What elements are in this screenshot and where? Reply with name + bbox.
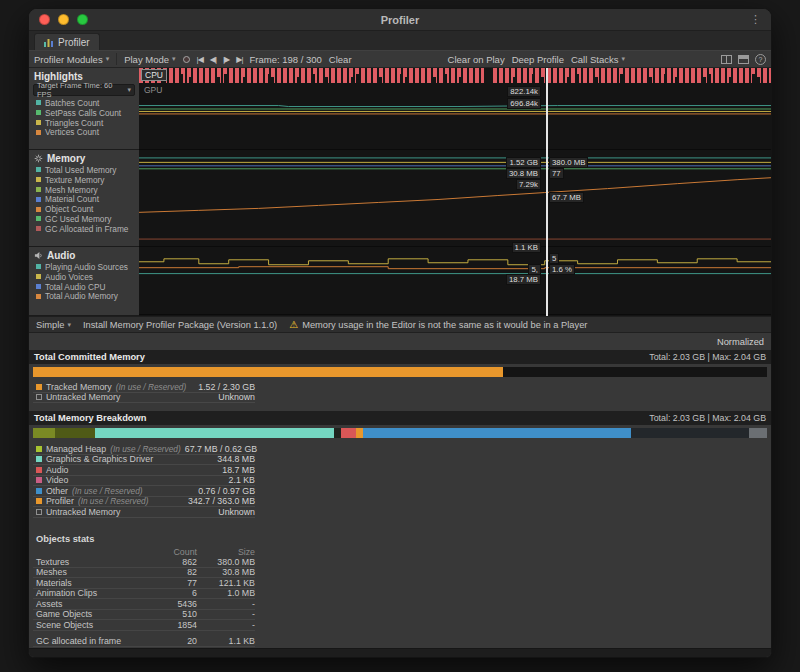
clear-on-play-button[interactable]: Clear on Play [448,54,505,65]
chart-value-label: 1.6 % [549,264,575,275]
traffic-lights [39,14,88,25]
current-frame-playhead[interactable] [546,68,548,316]
previous-frame-button[interactable]: ◀| [210,55,216,64]
row-color-swatch [36,467,42,473]
chevron-down-icon: ▾ [621,55,625,63]
legend-total-audio-memory[interactable]: Total Audio Memory [29,291,139,301]
help-icon[interactable]: ? [755,54,766,65]
first-frame-button[interactable]: |◀ [197,55,203,64]
row-size: - [197,609,255,619]
zoom-window-button[interactable] [77,14,88,25]
untracked-breakdown-row: Untracked MemoryUnknown [33,507,255,518]
managed-heap-row: Managed Heap(In use / Reserved)67.7 MB /… [33,444,255,455]
target-frame-time-dropdown[interactable]: Target Frame Time: 60 FPS ▾ [33,84,135,96]
row-label: Other [46,486,68,496]
legend-mesh-memory[interactable]: Mesh Memory [29,185,139,195]
audio-chart-band[interactable] [139,247,771,315]
row-size: 380.0 MB [197,557,255,567]
legend-material-count[interactable]: Material Count [29,194,139,204]
next-frame-button[interactable]: |▶ [223,55,229,64]
memory-bar-segment [33,428,55,438]
row-label: GC allocated in frame [36,636,145,646]
legend-texture-memory[interactable]: Texture Memory [29,175,139,185]
row-value: 342.7 / 363.0 MB [188,496,255,506]
chart-value-label: 30.8 MB [506,168,541,179]
split-view-icon[interactable] [721,55,732,64]
legend-gc-allocated-in-frame[interactable]: GC Allocated in Frame [29,224,139,234]
legend-batches-count[interactable]: Batches Count [29,98,139,108]
row-label: Game Objects [36,609,145,619]
row-label: Video [46,475,68,485]
record-button[interactable] [183,56,190,63]
overflow-menu-icon[interactable]: ⋮ [750,13,761,26]
legend-vertices-count[interactable]: Vertices Count [29,127,139,137]
legend-label: Total Audio CPU [45,282,105,292]
memory-bar-segment [334,428,341,438]
total-memory-breakdown-header: Total Memory Breakdown Total: 2.03 GB | … [29,411,771,425]
last-frame-button[interactable]: ▶| [236,55,242,64]
legend-color-swatch [36,216,41,221]
row-size: - [197,620,255,630]
play-mode-label: Play Mode [124,54,169,65]
legend-playing-audio-sources[interactable]: Playing Audio Sources [29,262,139,272]
legend-setpass-calls-count[interactable]: SetPass Calls Count [29,108,139,118]
legend-total-used-memory[interactable]: Total Used Memory [29,165,139,175]
legend-color-swatch [36,187,41,192]
row-label: Profiler [46,496,74,506]
install-memory-profiler-button[interactable]: Install Memory Profiler Package (Version… [83,320,277,330]
speaker-icon [34,251,43,260]
save-icon[interactable] [738,55,749,64]
row-color-swatch [36,498,42,504]
call-stacks-label: Call Stacks [571,54,619,65]
clear-button[interactable]: Clear [329,54,352,65]
committed-memory-bar [33,367,767,377]
row-label: Scene Objects [36,620,145,630]
row-label: Materials [36,578,145,588]
chart-value-label: 696.84k [507,98,541,109]
legend-color-swatch [36,226,41,231]
deep-profile-button[interactable]: Deep Profile [512,54,564,65]
table-row-animation-clips: Animation Clips61.0 MB [33,589,255,600]
tab-profiler[interactable]: Profiler [34,33,100,50]
module-memory-header[interactable]: Memory [29,150,139,165]
row-size: - [197,599,255,609]
total-committed-memory-header: Total Committed Memory Total: 2.03 GB | … [29,350,771,364]
row-value: 0.76 / 0.97 GB [198,486,255,496]
normalized-toggle[interactable]: Normalized [33,333,767,350]
legend-label: Audio Voices [45,272,93,282]
chart-value-label: 822.14k [507,86,541,97]
row-label: Graphics & Graphics Driver [46,454,153,464]
row-color-swatch [36,446,42,452]
memory-bar-segment [631,428,748,438]
window-footer [29,648,771,657]
highlights-chart-band[interactable]: CPU GPU [139,68,771,150]
module-audio-header[interactable]: Audio [29,247,139,262]
profiler-modules-dropdown[interactable]: Profiler Modules ▾ [34,54,109,65]
row-color-swatch [36,456,42,462]
cpu-track-label[interactable]: CPU [141,69,167,81]
profiler-chart-area[interactable]: CPU GPU [139,68,771,316]
tab-bar: Profiler [29,31,771,50]
gpu-track-label[interactable]: GPU [144,85,162,95]
call-stacks-dropdown[interactable]: Call Stacks ▾ [571,54,625,65]
legend-triangles-count[interactable]: Triangles Count [29,118,139,128]
legend-object-count[interactable]: Object Count [29,204,139,214]
legend-gc-used-memory[interactable]: GC Used Memory [29,214,139,224]
legend-audio-voices[interactable]: Audio Voices [29,272,139,282]
window-title: Profiler [29,14,771,26]
legend-color-swatch [36,207,41,212]
view-mode-dropdown[interactable]: Simple ▾ [36,320,71,330]
editor-memory-warning: ⚠ Memory usage in the Editor is not the … [289,319,587,330]
row-value: Unknown [218,392,255,402]
minimize-window-button[interactable] [58,14,69,25]
row-color-swatch [36,477,42,483]
table-row-materials: Materials77121.1 KB [33,578,255,589]
profiler-chart-icon [44,38,54,47]
close-window-button[interactable] [39,14,50,25]
memory-chart-band[interactable] [139,150,771,247]
row-size: 30.8 MB [197,567,255,577]
legend-total-audio-cpu[interactable]: Total Audio CPU [29,282,139,292]
play-mode-dropdown[interactable]: Play Mode ▾ [124,54,175,65]
legend-label: Total Audio Memory [45,291,118,301]
profiler-modules-label: Profiler Modules [34,54,103,65]
